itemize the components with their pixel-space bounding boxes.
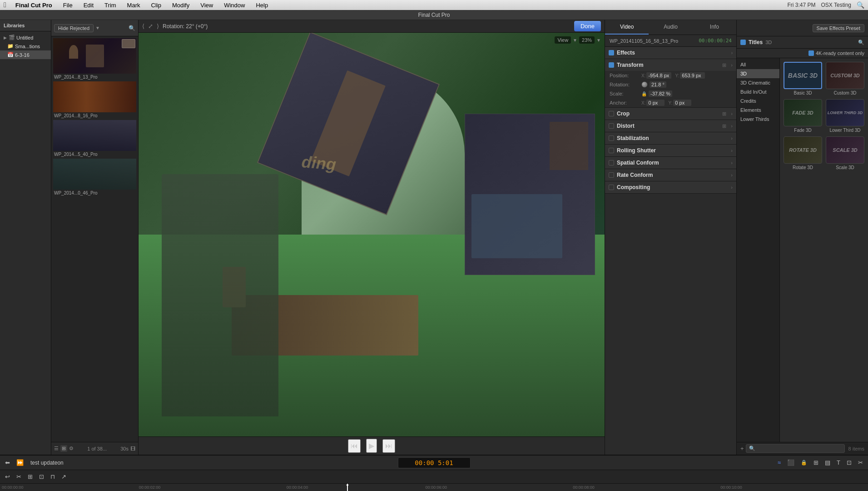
tl-trim-btn[interactable]: ⊞	[25, 472, 35, 481]
compositing-expand[interactable]: ›	[731, 185, 733, 190]
library-item-event[interactable]: 📅 6-3-16	[0, 50, 51, 59]
play-button[interactable]: ▶	[366, 439, 377, 453]
category-all[interactable]: All	[737, 60, 779, 69]
browser-search-icon[interactable]: 🔍	[129, 25, 135, 31]
rate-conform-checkbox[interactable]	[609, 172, 614, 178]
menu-modify[interactable]: Modify	[170, 2, 191, 9]
title-item-lower3d[interactable]: LOWER THIRD 3D Lower Third 3D	[826, 99, 864, 133]
rolling-shutter-header[interactable]: Rolling Shutter ›	[605, 145, 736, 156]
title-item-scale3d[interactable]: SCALE 3D Scale 3D	[826, 136, 864, 170]
tl-level-icon[interactable]: ⬛	[785, 458, 797, 467]
distort-header[interactable]: Distort ⊞ ›	[605, 120, 736, 132]
menu-finalcutpro[interactable]: Final Cut Pro	[14, 2, 54, 9]
hide-rejected-button[interactable]: Hide Rejected	[54, 24, 94, 32]
scale-lock-icon[interactable]: 🔒	[641, 91, 647, 96]
tl-tool-5[interactable]: ✂	[856, 458, 865, 467]
clip-item-2[interactable]: WP_2014...8_16_Pro	[53, 81, 136, 119]
tl-blade-btn[interactable]: ✂	[14, 472, 24, 481]
menu-edit[interactable]: Edit	[82, 2, 95, 9]
apple-menu[interactable]: 	[4, 1, 6, 9]
distort-checkbox[interactable]	[609, 123, 614, 129]
clip-item-1[interactable]: WP_2014...8_13_Pro	[53, 38, 136, 80]
tl-connect-btn[interactable]: ⊓	[48, 472, 57, 481]
category-elements[interactable]: Elements	[737, 105, 779, 115]
clip-item-4[interactable]: WP_2014...0_46_Pro	[53, 159, 136, 196]
goto-start-button[interactable]: ⏮	[348, 439, 361, 453]
title-item-custom3d[interactable]: CUSTOM 3D Custom 3D	[826, 62, 864, 95]
spatial-conform-header[interactable]: Spatial Conform ›	[605, 157, 736, 169]
menu-file[interactable]: File	[61, 2, 74, 9]
category-credits[interactable]: Credits	[737, 96, 779, 105]
stabilization-expand[interactable]: ›	[731, 135, 733, 141]
menu-trim[interactable]: Trim	[103, 2, 118, 9]
menu-search-icon[interactable]: 🔍	[857, 1, 864, 9]
4k-filter-checkbox[interactable]	[808, 50, 814, 56]
tl-back-btn[interactable]: ⬅	[3, 458, 12, 467]
tab-video[interactable]: Video	[605, 20, 649, 35]
title-item-basic3d[interactable]: BASIC 3D Basic 3D	[784, 62, 822, 95]
stabilization-checkbox[interactable]	[609, 135, 614, 141]
menu-mark[interactable]: Mark	[125, 2, 142, 9]
effects-header[interactable]: Effects ›	[605, 47, 736, 59]
spatial-conform-checkbox[interactable]	[609, 160, 614, 165]
viewer-nav-prev[interactable]: ⟨	[142, 23, 144, 30]
titles-search-bar[interactable]: 🔍	[746, 444, 845, 453]
library-item-untitled[interactable]: ▶ 🎬 Untitled	[0, 33, 51, 42]
add-to-timeline-icon[interactable]: +	[740, 445, 744, 452]
rolling-shutter-expand[interactable]: ›	[731, 148, 733, 153]
distort-expand[interactable]: ›	[731, 123, 733, 129]
zoom-dropdown-icon[interactable]: ▼	[596, 38, 601, 43]
tl-insert-btn[interactable]: ⊡	[37, 472, 46, 481]
crop-expand[interactable]: ›	[731, 111, 733, 116]
crop-header[interactable]: Crop ⊞ ›	[605, 108, 736, 120]
titles-search-icon[interactable]: 🔍	[858, 40, 864, 45]
compositing-header[interactable]: Compositing ›	[605, 181, 736, 193]
distort-grid-icon[interactable]: ⊞	[722, 123, 726, 129]
title-item-fade3d[interactable]: FADE 3D Fade 3D	[784, 99, 822, 133]
menu-view[interactable]: View	[198, 2, 215, 9]
viewer-transform-icon[interactable]: ⤢	[148, 23, 153, 30]
view-toggle-list-icon[interactable]: ☰	[54, 446, 59, 451]
menu-help[interactable]: Help	[254, 2, 270, 9]
tl-tool-1[interactable]: ⊞	[811, 458, 821, 467]
tl-fwd-btn[interactable]: ⏩	[14, 458, 26, 467]
settings-icon[interactable]: ⚙	[69, 446, 74, 451]
filmstrip-icon[interactable]: 🎞	[130, 446, 135, 451]
menu-clip[interactable]: Clip	[149, 2, 163, 9]
tab-audio[interactable]: Audio	[649, 20, 692, 35]
transform-header[interactable]: Transform ⊞ ›	[605, 59, 736, 71]
save-effects-preset-button[interactable]: Save Effects Preset	[813, 24, 864, 32]
rotation-knob[interactable]	[641, 81, 648, 88]
view-dropdown-icon[interactable]: ▼	[573, 38, 577, 43]
effects-expand[interactable]: ›	[731, 50, 733, 55]
tab-info[interactable]: Info	[693, 20, 736, 35]
library-item-smartcollections[interactable]: 📁 Sma...tions	[0, 42, 51, 50]
transform-expand[interactable]: ›	[731, 62, 733, 68]
tl-tool-2[interactable]: ▤	[823, 458, 833, 467]
rate-conform-header[interactable]: Rate Conform ›	[605, 169, 736, 181]
filter-dropdown-icon[interactable]: ▼	[95, 25, 100, 30]
category-lower-thirds[interactable]: Lower Thirds	[737, 115, 779, 124]
menu-window[interactable]: Window	[222, 2, 247, 9]
zoom-control[interactable]: 23% ▼	[579, 36, 601, 44]
tl-lock-icon[interactable]: 🔒	[799, 459, 809, 466]
rolling-shutter-checkbox[interactable]	[609, 148, 614, 153]
compositing-checkbox[interactable]	[609, 185, 614, 190]
tl-arrow-btn[interactable]: ↗	[59, 472, 69, 481]
stabilization-header[interactable]: Stabilization ›	[605, 132, 736, 144]
viewer-nav-next[interactable]: ⟩	[157, 23, 159, 30]
transform-grid-icon[interactable]: ⊞	[722, 62, 726, 68]
clip-item-3[interactable]: WP_2014...5_40_Pro	[53, 120, 136, 158]
tl-tool-3[interactable]: T	[834, 458, 843, 467]
category-build-inout[interactable]: Build In/Out	[737, 87, 779, 96]
done-button[interactable]: Done	[574, 21, 601, 31]
category-3d[interactable]: 3D	[737, 69, 779, 78]
title-item-rotate3d[interactable]: ROTATE 3D Rotate 3D	[784, 136, 822, 170]
crop-checkbox[interactable]	[609, 111, 614, 116]
tl-undo-btn[interactable]: ↩	[3, 472, 12, 481]
crop-grid-icon[interactable]: ⊞	[722, 111, 726, 117]
timeline-playhead[interactable]: ▼	[347, 484, 348, 491]
spatial-conform-expand[interactable]: ›	[731, 160, 733, 165]
view-toggle-grid-icon[interactable]: ⊞	[60, 445, 67, 452]
tl-audio-icon[interactable]: ≈	[775, 458, 783, 467]
